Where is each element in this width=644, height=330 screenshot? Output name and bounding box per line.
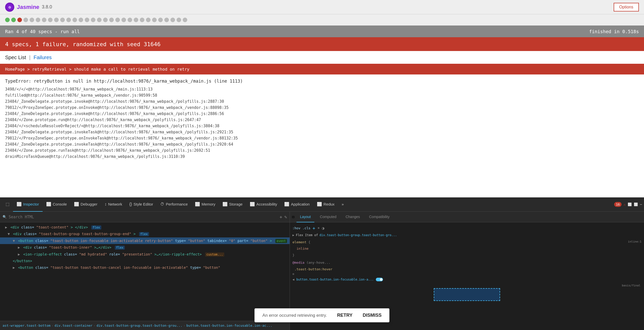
failure-bar: 4 specs, 1 failure, randomized with seed…: [0, 37, 644, 51]
progress-dot-6: [36, 18, 40, 22]
devtools-right-tools: 16 ⚠ ⬜ ⬜ ⋯: [614, 202, 642, 207]
options-button[interactable]: Options: [614, 3, 639, 11]
redux-icon: ⬜: [317, 202, 322, 207]
progress-dot-29: [177, 18, 181, 22]
memory-icon: ⬜: [195, 202, 200, 207]
progress-dot-5: [30, 18, 34, 22]
dock-icon[interactable]: ⬜: [628, 202, 632, 206]
settings-icon[interactable]: ⋯: [640, 202, 642, 206]
selector-text[interactable]: button.toast-button.ion-focusable.ion-a.…: [296, 278, 374, 281]
bc-item-2[interactable]: div.toast-container: [55, 324, 93, 327]
search-html-input[interactable]: [9, 215, 277, 219]
styles-tab-layout[interactable]: Layout: [296, 212, 314, 222]
bc-item-1[interactable]: ast-wrapper.toast-bottom: [3, 324, 51, 327]
progress-dot-16: [97, 18, 102, 22]
collapse-icon-1[interactable]: ▶: [5, 225, 7, 229]
devtools-cursor-btn[interactable]: ⬚: [2, 197, 13, 212]
progress-dot-28: [170, 18, 175, 22]
failures-link[interactable]: Failures: [33, 55, 52, 60]
tab-accessibility[interactable]: ⬜ Accessibility: [246, 197, 281, 212]
badge-custom: custom...: [205, 252, 224, 257]
more-icon: »: [342, 202, 344, 206]
cls-button[interactable]: .cls: [302, 226, 310, 230]
redux-label: Redux: [324, 202, 335, 206]
layout-toggle-icon[interactable]: ⊟: [292, 214, 294, 219]
progress-dot-20: [121, 18, 126, 22]
dismiss-button[interactable]: DISMISS: [363, 313, 382, 318]
debugger-icon: ⬜: [74, 202, 79, 207]
retry-button[interactable]: RETRY: [337, 313, 352, 318]
badge-flex-1: flex: [91, 225, 101, 230]
progress-dot-4: [23, 18, 28, 22]
add-node-button[interactable]: +: [279, 214, 282, 220]
progress-dot-2: [11, 18, 16, 22]
toast-popup: An error occurred retrieving entry. RETR…: [254, 308, 389, 322]
collapse-icon-4[interactable]: ▶: [18, 245, 20, 249]
progress-dot-17: [103, 18, 108, 22]
selector-toggle[interactable]: [376, 278, 383, 281]
collapse-icon-7[interactable]: ▶: [13, 265, 15, 270]
dots-bar: [0, 14, 644, 26]
tab-redux[interactable]: ⬜ Redux: [313, 197, 338, 212]
error-icon: ⚠: [624, 202, 626, 206]
light-dark-button[interactable]: ☀: [317, 226, 320, 231]
jasmine-version: 3.8.0: [42, 4, 52, 10]
tab-style-editor[interactable]: {} Style Editor: [126, 197, 157, 212]
performance-label: Performance: [166, 202, 188, 206]
html-line-6: </button>: [0, 258, 290, 264]
error-breadcrumb: HomePage > retryRetrieval > should make …: [0, 64, 644, 74]
html-breadcrumb: ast-wrapper.toast-bottom › div.toast-con…: [0, 321, 290, 330]
memory-label: Memory: [202, 202, 215, 206]
basis-final-label: basis/final: [292, 284, 641, 287]
tab-inspector[interactable]: ⬜ Inspector: [13, 197, 43, 212]
collapse-icon-3[interactable]: ▼: [13, 239, 15, 243]
collapse-icon-5[interactable]: ▶: [18, 252, 20, 256]
spec-nav: Spec List | Failures: [0, 51, 644, 64]
bc-item-4[interactable]: button.toast-button.ion-focusable.ion-ac…: [187, 324, 273, 327]
failure-text: 4 specs, 1 failure, randomized with seed…: [5, 41, 160, 47]
color-scheme-button[interactable]: ◑: [322, 226, 324, 231]
collapse-icon-2[interactable]: ▼: [8, 232, 10, 236]
progress-dot-9: [54, 18, 59, 22]
html-panel: 🔍 + ✎ ▶ <div class= "toast-content" > </…: [0, 212, 290, 330]
element-rule-block: element { inline:1 inline }: [292, 239, 641, 258]
add-style-button[interactable]: +: [313, 225, 315, 231]
top-bar: ✿ Jasmine 3.8.0 Options: [0, 0, 644, 14]
progress-dot-12: [72, 18, 77, 22]
accessibility-icon: ⬜: [250, 202, 255, 207]
styles-tab-computed[interactable]: Computed: [316, 212, 340, 222]
tab-memory[interactable]: ⬜ Memory: [191, 197, 219, 212]
html-line-5: ▶ <ion-ripple-effect class= "md hydrated…: [0, 251, 290, 258]
jasmine-logo: ✿ Jasmine 3.8.0: [5, 3, 52, 12]
stack-line-12: drainMicroTaskQueue@http://localhost:987…: [5, 154, 639, 160]
debugger-label: Debugger: [81, 202, 97, 206]
network-label: Network: [108, 202, 122, 206]
progress-dot-25: [152, 18, 157, 22]
tab-performance[interactable]: ⏱ Performance: [157, 197, 191, 212]
progress-dot-21: [128, 18, 132, 22]
hover-icon: ⚙: [292, 272, 641, 276]
network-icon: ↕: [105, 202, 107, 207]
application-icon: ⬜: [284, 202, 289, 207]
hov-button[interactable]: :hov: [292, 226, 300, 230]
tab-application[interactable]: ⬜ Application: [281, 197, 313, 212]
more-tools-btn[interactable]: »: [338, 197, 347, 212]
tab-debugger[interactable]: ⬜ Debugger: [70, 197, 101, 212]
styles-tab-compatibility[interactable]: Compatibility: [366, 212, 393, 222]
spec-list-link[interactable]: Spec List: [5, 55, 26, 60]
progress-dot-8: [48, 18, 53, 22]
jasmine-logo-text: Jasmine: [17, 4, 39, 10]
error-breadcrumb-text: HomePage > retryRetrieval > should make …: [5, 67, 189, 72]
undock-icon[interactable]: ⬜: [634, 202, 638, 206]
stack-line-6: 23484/</Zone.prototype.run@http://localh…: [5, 117, 639, 123]
styles-tab-changes[interactable]: Changes: [342, 212, 363, 222]
tab-network[interactable]: ↕ Network: [101, 197, 126, 212]
html-line-3[interactable]: ▼ <button class= "toast-button ion-focus…: [0, 237, 290, 244]
flex-parent-selector[interactable]: div.toast-button-group.toast-button-gro.…: [319, 233, 397, 237]
progress-dot-13: [79, 18, 83, 22]
pick-element-button[interactable]: ✎: [284, 214, 287, 220]
bc-item-3[interactable]: div.toast-button-group.toast-button-grou…: [96, 324, 182, 327]
tab-console[interactable]: ⬜ Console: [43, 197, 70, 212]
tab-storage[interactable]: ⬜ Storage: [219, 197, 246, 212]
search-icon: 🔍: [3, 215, 7, 219]
